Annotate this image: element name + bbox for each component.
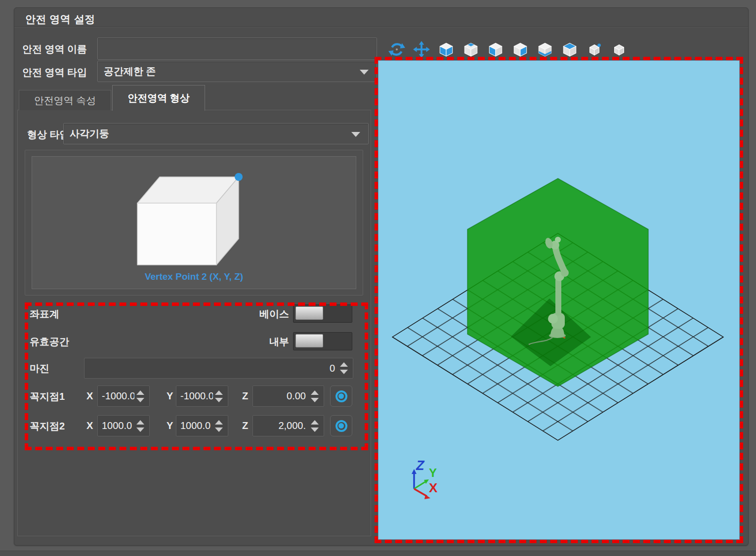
cube-front-view-icon <box>437 41 455 58</box>
cube-left-view-icon <box>487 41 504 58</box>
bottom-strip <box>0 551 756 556</box>
view-right-button[interactable] <box>511 41 530 59</box>
zone-name-input[interactable] <box>97 38 377 60</box>
cube-bottom-view-icon <box>536 41 554 58</box>
zone-type-value: 공간제한 존 <box>104 65 156 78</box>
view-bottom-button[interactable] <box>536 41 554 59</box>
view-left-button[interactable] <box>486 41 505 59</box>
rotate-icon <box>388 41 406 58</box>
view-top-button[interactable] <box>560 41 579 59</box>
x-axis-label: X <box>429 480 438 495</box>
pan-view-button[interactable] <box>412 41 431 59</box>
viewport-scene: Z Y X <box>378 61 740 540</box>
zone-type-select[interactable]: 공간제한 존 <box>97 61 377 82</box>
cube-top-view-icon <box>561 41 579 58</box>
tab-zone-properties[interactable]: 안전영역 속성 <box>19 90 111 110</box>
zone-type-label: 안전 영역 타입 <box>22 66 87 79</box>
pan-icon <box>413 41 430 58</box>
cube-isometric-view-icon <box>586 41 603 58</box>
axis-triad: Z Y X <box>412 458 438 499</box>
viewport-toolbar <box>387 41 629 60</box>
view-isometric-button[interactable] <box>585 41 604 59</box>
tab-zone-shape-label: 안전영역 형상 <box>127 91 190 105</box>
cube-back-view-icon <box>462 41 480 58</box>
tab-zone-properties-label: 안전영역 속성 <box>34 94 96 107</box>
page-title: 안전 영역 설정 <box>25 12 95 26</box>
z-axis-label: Z <box>416 458 425 473</box>
title-separator <box>14 27 748 27</box>
chevron-down-icon <box>360 70 369 75</box>
tab-zone-shape[interactable]: 안전영역 형상 <box>112 85 205 111</box>
cube-right-view-icon <box>511 41 529 58</box>
3d-viewport[interactable]: Z Y X <box>378 60 740 540</box>
rotate-view-button[interactable] <box>387 41 406 59</box>
zone-name-label: 안전 영역 이름 <box>22 43 87 56</box>
view-back-button[interactable] <box>462 41 480 59</box>
tab-content-panel <box>17 110 371 536</box>
view-orthographic-button[interactable] <box>610 41 629 59</box>
cube-orthographic-view-icon <box>610 41 628 58</box>
y-axis-label: Y <box>429 466 437 479</box>
view-front-button[interactable] <box>437 41 456 59</box>
